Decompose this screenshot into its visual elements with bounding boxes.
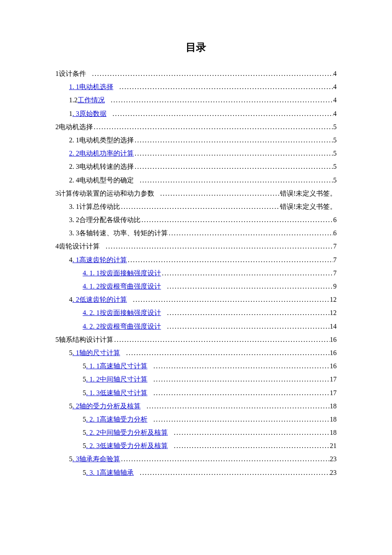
toc-page-number: 16 bbox=[330, 359, 337, 373]
toc-entry-prefix: 5 bbox=[83, 439, 86, 452]
toc-entry-prefix: 4 bbox=[69, 293, 72, 306]
toc-leader bbox=[161, 320, 330, 333]
toc-entry: 1设计条件4 bbox=[55, 67, 337, 80]
toc-entry: 4. 2. 2按齿根弯曲强度设计14 bbox=[55, 320, 337, 333]
toc-page-number: 4 bbox=[333, 93, 337, 107]
toc-leader bbox=[161, 280, 333, 293]
toc-entry-label[interactable]: 4. 1. 2按齿根弯曲强度设计 bbox=[83, 280, 161, 293]
toc-entry-label: 3. 1计算总传动比 bbox=[69, 200, 120, 213]
toc-page-number: 16 bbox=[330, 346, 337, 359]
toc-entry-label: 2. 1电动机类型的选择 bbox=[69, 133, 134, 147]
toc-page-number: 17 bbox=[330, 373, 337, 386]
toc-entry: 1. 3原始数据4 bbox=[55, 107, 337, 120]
toc-page-number: 4 bbox=[333, 107, 337, 120]
toc-entry: 3计算传动装置的运动和动力参数错误!未定义书签。 bbox=[55, 187, 337, 200]
toc-entry: 2. 3电动机转速的选择5 bbox=[55, 160, 337, 173]
toc-leader bbox=[113, 80, 333, 93]
toc-entry-label: 1设计条件 bbox=[55, 67, 86, 80]
toc-entry: 4. 2低速齿轮的计算12 bbox=[55, 293, 337, 306]
toc-page-number: 18 bbox=[330, 426, 337, 439]
toc-entry-prefix: 1 bbox=[69, 107, 72, 120]
toc-entry: 3. 3各轴转速、功率、转矩的计算6 bbox=[55, 226, 337, 240]
toc-leader bbox=[168, 226, 333, 240]
toc-entry: 4. 1高速齿轮的计算7 bbox=[55, 253, 337, 266]
toc-entry-label[interactable]: 5. 2. 3低速轴受力分析及核算 bbox=[83, 439, 168, 452]
toc-leader bbox=[161, 266, 333, 280]
toc-entry-prefix: 5 bbox=[69, 346, 72, 359]
toc-entry-label[interactable]: 5. 3轴承寿命验算 bbox=[69, 452, 120, 465]
toc-entry-prefix: 5 bbox=[69, 399, 72, 413]
toc-entry-label[interactable]: 5. 1. 2中间轴尺寸计算 bbox=[83, 373, 147, 386]
toc-entry: 1.2工作情况4 bbox=[55, 93, 337, 107]
toc-entry: 4. 2. 1按齿面接触强度设计12 bbox=[55, 306, 337, 319]
toc-entry-prefix: 5 bbox=[83, 413, 86, 426]
toc-entry-prefix: 5 bbox=[83, 426, 86, 439]
toc-entry: 5. 3. 1高速轴轴承23 bbox=[55, 466, 337, 479]
toc-page-number: 23 bbox=[330, 452, 337, 465]
toc-entry-prefix: 5 bbox=[69, 452, 72, 465]
toc-entry: 2. 2电动机功率的计算5 bbox=[55, 147, 337, 160]
toc-page-number: 12 bbox=[330, 293, 337, 306]
toc-entry-label[interactable]: 5. 2. 1高速轴受力分析 bbox=[83, 413, 147, 426]
toc-entry-label[interactable]: 1.2工作情况 bbox=[69, 93, 105, 107]
toc-entry-label[interactable]: 4. 2. 1按齿面接触强度设计 bbox=[83, 306, 161, 319]
toc-entry-label[interactable]: 5. 1轴的尺寸计算 bbox=[69, 346, 120, 359]
toc-leader bbox=[147, 359, 330, 373]
toc-entry-label[interactable]: 5. 1. 1高速轴尺寸计算 bbox=[83, 359, 147, 373]
toc-entry-label[interactable]: 4. 1. 1按齿面接触强度设计 bbox=[83, 266, 161, 280]
toc-entry: 4. 1. 2按齿根弯曲强度设计9 bbox=[55, 280, 337, 293]
toc-entry-label: 5轴系结构设计计算 bbox=[55, 333, 113, 346]
toc-page-number: 7 bbox=[333, 240, 337, 253]
toc-leader bbox=[141, 399, 330, 413]
toc-page-number: 18 bbox=[330, 399, 337, 413]
toc-entry: 5. 1轴的尺寸计算16 bbox=[55, 346, 337, 359]
toc-entry-label: 2. 4电动机型号的确定 bbox=[69, 173, 134, 187]
toc-leader bbox=[147, 413, 330, 426]
toc-entry: 4齿轮设计计算7 bbox=[55, 240, 337, 253]
toc-entry-label[interactable]: 5. 2轴的受力分析及核算 bbox=[69, 399, 141, 413]
toc-leader bbox=[93, 120, 333, 133]
toc-entry-label[interactable]: 2. 2电动机功率的计算 bbox=[69, 147, 134, 160]
toc-entry-label[interactable]: 5. 1. 3低速轴尺寸计算 bbox=[83, 386, 147, 399]
toc-page-number: 5 bbox=[333, 120, 337, 133]
toc-entry-prefix: 5 bbox=[83, 466, 86, 479]
toc-entry-label[interactable]: 4. 1高速齿轮的计算 bbox=[69, 253, 127, 266]
toc-entry: 2. 4电动机型号的确定5 bbox=[55, 173, 337, 187]
toc-entry-label[interactable]: 1. 1电动机选择 bbox=[69, 80, 113, 93]
toc-entry-label[interactable]: 4. 2低速齿轮的计算 bbox=[69, 293, 127, 306]
toc-leader bbox=[134, 466, 330, 479]
toc-entry-label: 4齿轮设计计算 bbox=[55, 240, 100, 253]
toc-entry: 5. 2. 2中间轴受力分析及核算18 bbox=[55, 426, 337, 439]
toc-page-number: 18 bbox=[330, 413, 337, 426]
toc-leader bbox=[120, 346, 330, 359]
toc-leader bbox=[134, 133, 333, 147]
toc-title: 目录 bbox=[55, 40, 337, 54]
toc-page-number: 4 bbox=[333, 67, 337, 80]
toc-page-number: 14 bbox=[330, 320, 337, 333]
toc-entry-label: 3计算传动装置的运动和动力参数 bbox=[55, 187, 154, 200]
toc-entry-label[interactable]: 4. 2. 2按齿根弯曲强度设计 bbox=[83, 320, 161, 333]
toc-entry-label: 2. 3电动机转速的选择 bbox=[69, 160, 134, 173]
toc-entry: 5. 1. 1高速轴尺寸计算16 bbox=[55, 359, 337, 373]
toc-entry-label: 2电动机选择 bbox=[55, 120, 93, 133]
toc-entry: 5. 2. 1高速轴受力分析18 bbox=[55, 413, 337, 426]
toc-page-number: 23 bbox=[330, 466, 337, 479]
toc-entry-label[interactable]: 1. 3原始数据 bbox=[69, 107, 107, 120]
toc-entry-label[interactable]: 5. 2. 2中间轴受力分析及核算 bbox=[83, 426, 168, 439]
toc-leader bbox=[100, 240, 333, 253]
toc-entry: 1. 1电动机选择4 bbox=[55, 80, 337, 93]
toc-page-number: 错误!未定义书签。 bbox=[280, 187, 337, 200]
toc-entry-label[interactable]: 5. 3. 1高速轴轴承 bbox=[83, 466, 134, 479]
toc-leader bbox=[120, 452, 330, 465]
toc-leader bbox=[134, 173, 333, 187]
toc-leader bbox=[113, 333, 330, 346]
toc-entry: 5. 2. 3低速轴受力分析及核算21 bbox=[55, 439, 337, 452]
toc-leader bbox=[141, 213, 333, 226]
toc-leader bbox=[161, 306, 330, 319]
toc-page-number: 6 bbox=[333, 213, 337, 226]
toc-entry: 5. 3轴承寿命验算23 bbox=[55, 452, 337, 465]
toc-leader bbox=[86, 67, 333, 80]
toc-leader bbox=[107, 107, 333, 120]
toc-page-number: 6 bbox=[333, 226, 337, 240]
toc-entry: 4. 1. 1按齿面接触强度设计7 bbox=[55, 266, 337, 280]
